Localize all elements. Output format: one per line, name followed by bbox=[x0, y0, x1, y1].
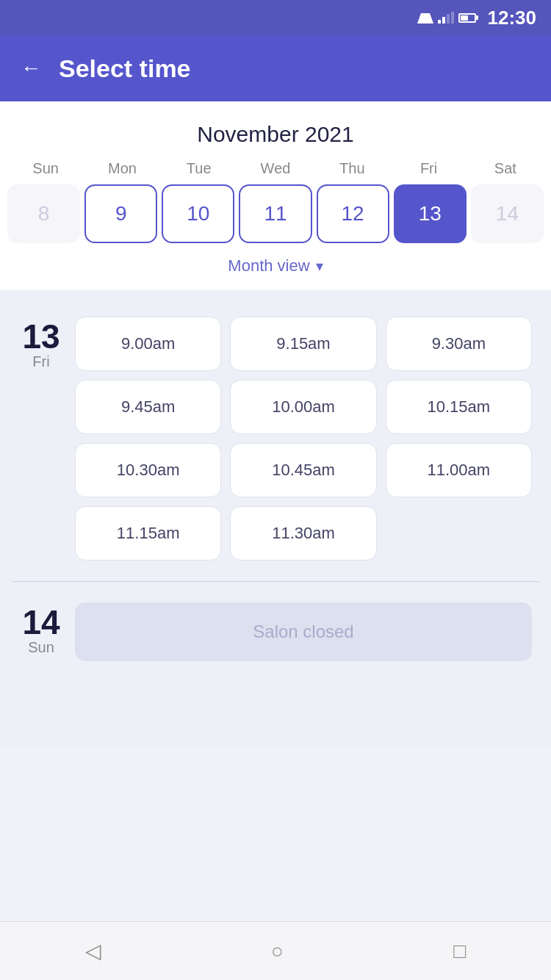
weekday-sat: Sat bbox=[467, 160, 544, 177]
signal-icon bbox=[438, 12, 454, 24]
slot-915am[interactable]: 9.15am bbox=[230, 317, 376, 371]
calendar-section: November 2021 Sun Mon Tue Wed Thu Fri Sa… bbox=[0, 101, 551, 290]
slots-container: 13 Fri 9.00am 9.15am 9.30am 9.45am 10.00… bbox=[0, 290, 551, 746]
section-divider bbox=[12, 581, 539, 582]
weekdays-row: Sun Mon Tue Wed Thu Fri Sat bbox=[0, 160, 551, 177]
month-view-label: Month view bbox=[228, 256, 309, 275]
day-14[interactable]: 14 bbox=[471, 184, 544, 243]
day-12[interactable]: 12 bbox=[317, 184, 389, 243]
day-label-14: 14 Sun bbox=[19, 602, 63, 661]
status-bar: 12:30 bbox=[0, 0, 551, 35]
slot-930am[interactable]: 9.30am bbox=[386, 317, 532, 371]
slot-1045am[interactable]: 10.45am bbox=[230, 443, 376, 497]
nav-recent-button[interactable]: □ bbox=[453, 940, 466, 963]
day-name-13: Fri bbox=[32, 353, 49, 370]
salon-closed-box: Salon closed bbox=[75, 602, 532, 661]
slot-1100am[interactable]: 11.00am bbox=[386, 443, 532, 497]
slot-1130am[interactable]: 11.30am bbox=[230, 506, 376, 561]
status-time: 12:30 bbox=[488, 7, 537, 29]
page-title: Select time bbox=[59, 54, 191, 83]
weekday-thu: Thu bbox=[314, 160, 390, 177]
day-number-14: 14 bbox=[22, 605, 60, 639]
slot-1115am[interactable]: 11.15am bbox=[75, 506, 221, 561]
nav-back-button[interactable]: ◁ bbox=[85, 939, 101, 963]
day-section-14: 14 Sun Salon closed bbox=[12, 588, 539, 676]
status-icons bbox=[417, 12, 476, 24]
slot-900am[interactable]: 9.00am bbox=[75, 317, 221, 371]
chevron-down-icon: ▾ bbox=[316, 257, 323, 275]
day-9[interactable]: 9 bbox=[84, 184, 157, 243]
battery-icon bbox=[458, 13, 476, 23]
day-number-13: 13 bbox=[22, 320, 60, 353]
back-button[interactable]: ← bbox=[21, 57, 41, 80]
weekday-fri: Fri bbox=[390, 160, 467, 177]
nav-home-button[interactable]: ○ bbox=[271, 940, 284, 963]
day-10[interactable]: 10 bbox=[162, 184, 234, 243]
month-title: November 2021 bbox=[0, 122, 551, 147]
wifi-icon bbox=[417, 12, 433, 24]
salon-closed-text: Salon closed bbox=[253, 621, 353, 642]
day-13[interactable]: 13 bbox=[394, 184, 467, 243]
day-section-13: 13 Fri 9.00am 9.15am 9.30am 9.45am 10.00… bbox=[12, 302, 539, 575]
weekday-sun: Sun bbox=[7, 160, 84, 177]
slot-1000am[interactable]: 10.00am bbox=[230, 380, 376, 434]
day-label-13: 13 Fri bbox=[19, 317, 63, 561]
weekday-tue: Tue bbox=[161, 160, 237, 177]
weekday-wed: Wed bbox=[237, 160, 314, 177]
day-8[interactable]: 8 bbox=[7, 184, 80, 243]
day-name-14: Sun bbox=[28, 639, 54, 656]
slots-grid-13: 9.00am 9.15am 9.30am 9.45am 10.00am 10.1… bbox=[75, 317, 532, 561]
day-11[interactable]: 11 bbox=[239, 184, 311, 243]
slot-1030am[interactable]: 10.30am bbox=[75, 443, 221, 497]
header: ← Select time bbox=[0, 35, 551, 101]
days-row: 8 9 10 11 12 13 14 bbox=[0, 184, 551, 243]
bottom-nav: ◁ ○ □ bbox=[0, 921, 551, 980]
slot-1015am[interactable]: 10.15am bbox=[386, 380, 532, 434]
slot-945am[interactable]: 9.45am bbox=[75, 380, 221, 434]
month-view-toggle[interactable]: Month view ▾ bbox=[0, 243, 551, 290]
weekday-mon: Mon bbox=[84, 160, 160, 177]
